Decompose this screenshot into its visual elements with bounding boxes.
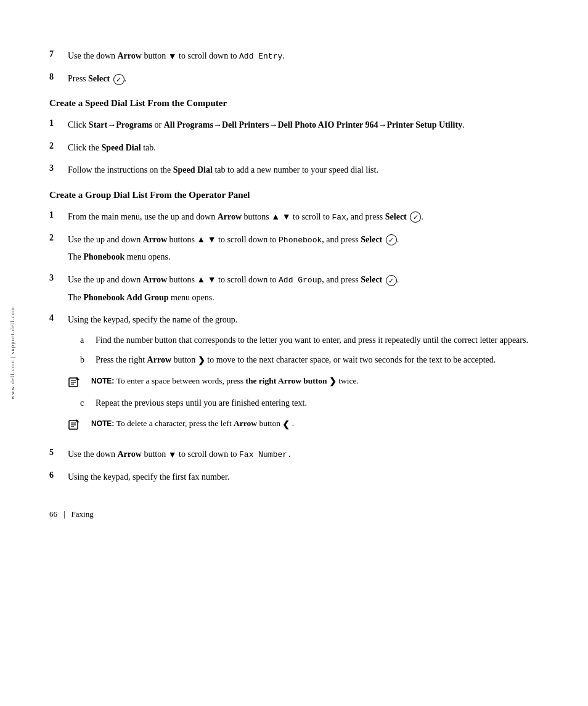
arrow-bold-1: Arrow [218,212,242,221]
note-text-2: NOTE: To delete a character, press the l… [91,417,294,430]
group-step-5-content: Use the down Arrow button ▼ to scroll do… [68,448,551,462]
page-footer: 66 | Faxing [49,509,551,519]
add-group-code: Add Group [279,276,322,285]
substep-4a-letter: a [80,334,96,347]
substep-4b-content: Press the right Arrow button ❯ to move t… [96,353,551,367]
group-step-3-para2: The Phonebook Add Group menu opens. [68,291,551,305]
fax-code: Fax [332,213,346,222]
speed-step-3-number: 3 [49,163,68,173]
arrow-down-icon-3: ▼ [208,273,216,287]
group-step-1: 1 From the main menu, use the up and dow… [49,210,551,224]
arrow-bold-3: Arrow [143,275,167,284]
speed-dial-bold: Speed Dial [101,143,141,152]
group-step-4-content: Using the keypad, specify the name of th… [68,313,551,439]
group-step-2-content: Use the up and down Arrow buttons ▲ ▼ to… [68,233,551,265]
footer-separator: | [63,509,65,519]
group-step-2-para1: Use the up and down Arrow buttons ▲ ▼ to… [68,233,551,247]
arrow-right-icon: ❯ [198,354,205,367]
arrow-bold: Arrow [118,51,142,60]
speed-step-2-content: Click the Speed Dial tab. [68,141,551,155]
substep-4b-letter: b [80,353,96,367]
group-step-2-number: 2 [49,233,68,243]
phonebook-code: Phonebook [279,236,322,245]
section-group-dial: Create a Group Dial List From the Operat… [49,190,551,485]
arrow-up-icon-1: ▲ [271,210,280,224]
arrow-up-icon-3: ▲ [197,273,205,287]
note-label-1: NOTE: [91,377,116,385]
arrow-bold-right: Arrow [147,355,171,364]
arrow-bold-5: Arrow [118,449,142,459]
note-arrow-left-icon: ❮ [282,418,290,431]
note-box-2: NOTE: To delete a character, press the l… [68,417,551,432]
select-icon-3: ✓ [386,275,397,286]
group-step-5: 5 Use the down Arrow button ▼ to scroll … [49,448,551,462]
section-group-dial-heading: Create a Group Dial List From the Operat… [49,190,551,200]
group-step-4-number: 4 [49,313,68,323]
section-speed-dial-heading: Create a Speed Dial List From the Comput… [49,98,551,109]
section-speed-dial: Create a Speed Dial List From the Comput… [49,98,551,177]
speed-dial-tab-bold: Speed Dial [173,165,213,174]
note-right-arrow-bold: the right Arrow button [245,376,327,385]
substep-4a: a Find the number button that correspond… [80,334,551,347]
group-step-4: 4 Using the keypad, specify the name of … [49,313,551,439]
select-bold-1: Select [385,212,407,221]
speed-step-1-number: 1 [49,118,68,128]
arrow-down-icon-1: ▼ [282,210,291,224]
select-icon-1: ✓ [410,211,421,223]
group-step-6-content: Using the keypad, specify the first fax … [68,470,551,484]
group-step-5-number: 5 [49,448,68,458]
group-step-1-number: 1 [49,210,68,220]
note-left-arrow-bold: Arrow [234,419,257,428]
arrow-down-icon-2: ▼ [208,233,216,247]
speed-step-2: 2 Click the Speed Dial tab. [49,141,551,155]
step-8-number: 8 [49,72,68,82]
substep-4a-content: Find the number button that corresponds … [96,334,551,347]
group-step-2-para2: The Phonebook menu opens. [68,250,551,264]
substep-4c-letter: c [80,396,96,410]
select-bold: Select [88,74,110,83]
group-step-3: 3 Use the up and down Arrow buttons ▲ ▼ … [49,273,551,305]
group-step-6-number: 6 [49,470,68,480]
all-programs-bold: All Programs→Dell Printers→Dell Photo AI… [164,120,462,129]
step-8-content: Press Select ✓. [68,72,551,86]
arrow-up-icon-2: ▲ [197,233,205,247]
note-label-2: NOTE: [91,419,116,428]
step-7-number: 7 [49,49,68,59]
select-icon-2: ✓ [386,234,397,245]
page-number: 66 [49,509,57,519]
group-step-3-content: Use the up and down Arrow buttons ▲ ▼ to… [68,273,551,305]
group-step-2: 2 Use the up and down Arrow buttons ▲ ▼ … [49,233,551,265]
arrow-down-icon-5: ▼ [168,448,177,462]
step-7-content: Use the down Arrow button ▼ to scroll do… [68,49,551,64]
speed-step-3-content: Follow the instructions on the Speed Dia… [68,163,551,177]
group-step-4-intro: Using the keypad, specify the name of th… [68,313,551,327]
group-step-3-number: 3 [49,273,68,283]
arrow-down-icon: ▼ [168,50,177,64]
group-step-3-para1: Use the up and down Arrow buttons ▲ ▼ to… [68,273,551,287]
footer-label: Faxing [71,509,94,519]
start-programs-bold: Start→Programs [89,120,152,129]
select-check-icon: ✓ [113,74,125,85]
note-box-1: NOTE: To enter a space between words, pr… [68,375,551,389]
speed-step-2-number: 2 [49,141,68,151]
main-content: 7 Use the down Arrow button ▼ to scroll … [25,0,588,706]
note-icon-1 [68,376,85,389]
substep-4b: b Press the right Arrow button ❯ to move… [80,353,551,367]
fax-number-code: Fax Number. [239,450,292,459]
substep-4c: c Repeat the previous steps until you ar… [80,396,551,410]
substep-4c-content: Repeat the previous steps until you are … [96,396,551,410]
group-step-6: 6 Using the keypad, specify the first fa… [49,470,551,484]
select-bold-3: Select [361,275,382,284]
page-container: www.dell.com | support.dell.com 7 Use th… [0,0,588,706]
phonebook-add-group-bold: Phonebook Add Group [83,293,168,302]
side-watermark: www.dell.com | support.dell.com [0,0,25,706]
speed-step-1: 1 Click Start→Programs or All Programs→D… [49,118,551,132]
group-step-1-content: From the main menu, use the up and down … [68,210,551,224]
step-8: 8 Press Select ✓. [49,72,551,86]
note-icon-2 [68,418,85,432]
select-bold-2: Select [361,235,382,244]
note-arrow-right-icon: ❯ [329,375,337,388]
arrow-bold-2: Arrow [143,235,167,244]
add-entry-code: Add Entry [239,52,282,61]
note-text-1: NOTE: To enter a space between words, pr… [91,375,359,388]
